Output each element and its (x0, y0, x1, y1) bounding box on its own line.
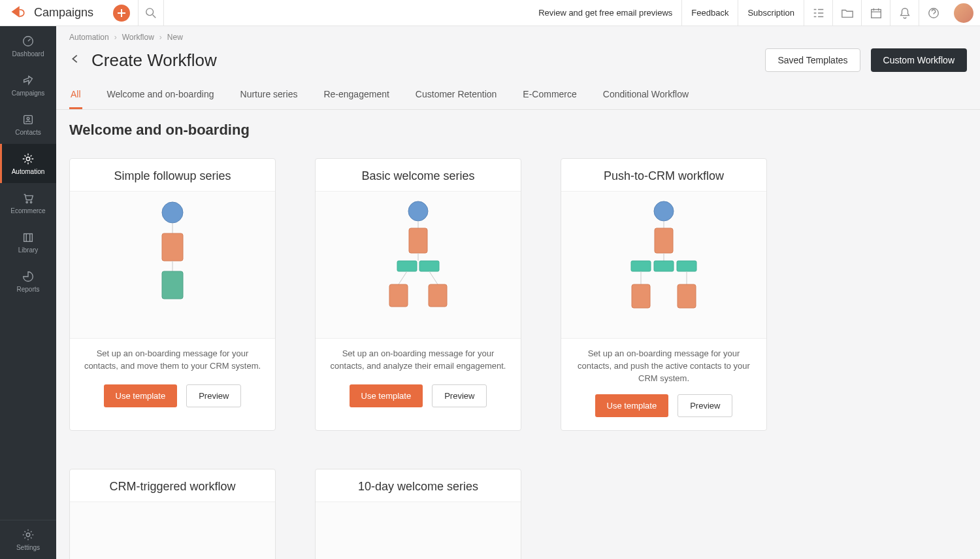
svg-point-5 (27, 117, 29, 120)
use-template-button[interactable]: Use template (350, 384, 423, 407)
svg-rect-28 (631, 261, 651, 271)
template-card: Simple followup series Set up an on-boar… (69, 158, 276, 431)
card-title: Simple followup series (70, 159, 275, 191)
svg-point-24 (654, 201, 674, 221)
sidebar-item-contacts[interactable]: Contacts (0, 105, 56, 144)
card-description: Set up an on-boarding message for your c… (70, 339, 275, 384)
flowchart-icon (133, 199, 212, 330)
sidebar-item-reports[interactable]: Reports (0, 262, 56, 301)
top-link-previews[interactable]: Review and get free email previews (529, 0, 681, 26)
crumb-current: New (167, 33, 183, 42)
sidebar-item-library[interactable]: Library (0, 222, 56, 262)
card-title: CRM-triggered workflow (70, 469, 275, 501)
crumb[interactable]: Automation (69, 33, 109, 42)
saved-templates-button[interactable]: Saved Templates (765, 48, 860, 72)
back-button[interactable] (69, 53, 81, 67)
crumb[interactable]: Workflow (122, 33, 154, 42)
workflow-preview (316, 501, 521, 559)
card-row: Simple followup series Set up an on-boar… (69, 158, 967, 431)
workflow-preview (70, 191, 275, 339)
top-link-feedback[interactable]: Feedback (681, 0, 738, 26)
list-icon-button[interactable] (804, 0, 832, 26)
preview-button[interactable]: Preview (186, 384, 241, 407)
search-icon (145, 7, 157, 19)
sidebar-item-ecommerce[interactable]: Ecommerce (0, 183, 56, 222)
page-title: Create Workflow (91, 50, 217, 71)
use-template-button[interactable]: Use template (595, 394, 669, 417)
tab-nurture[interactable]: Nurture series (239, 81, 299, 109)
custom-workflow-button[interactable]: Custom Workflow (871, 48, 967, 72)
workflow-preview (316, 191, 521, 339)
add-button[interactable] (113, 5, 130, 22)
tab-reengagement[interactable]: Re-engagement (322, 81, 390, 109)
sidebar-label: Library (18, 246, 39, 254)
automation-icon (22, 152, 35, 165)
template-card: CRM-triggered workflow (69, 469, 276, 559)
svg-rect-26 (655, 228, 673, 253)
help-icon (927, 7, 940, 20)
template-card: Push-to-CRM workflow (561, 158, 767, 431)
dashboard-icon (22, 35, 35, 48)
tabs: All Welcome and on-boarding Nurture seri… (56, 81, 980, 110)
chevron-right-icon: › (114, 33, 117, 42)
campaigns-logo-icon (9, 3, 27, 24)
plus-icon (117, 8, 126, 18)
svg-rect-23 (429, 284, 447, 307)
sidebar-label: Dashboard (12, 50, 44, 58)
tab-all[interactable]: All (69, 81, 82, 109)
card-title: 10-day welcome series (316, 469, 521, 501)
sidebar-item-settings[interactable]: Settings (0, 520, 56, 559)
preview-button[interactable]: Preview (678, 394, 732, 417)
sidebar-item-dashboard[interactable]: Dashboard (0, 26, 56, 65)
card-title: Basic welcome series (316, 159, 521, 191)
sidebar-item-automation[interactable]: Automation (0, 144, 56, 183)
card-title: Push-to-CRM workflow (561, 159, 766, 191)
card-actions: Use template Preview (70, 384, 275, 420)
card-actions: Use template Preview (561, 394, 766, 430)
tab-retention[interactable]: Customer Retention (414, 81, 498, 109)
svg-rect-22 (389, 284, 408, 307)
search-button[interactable] (138, 0, 164, 26)
sidebar-label: Contacts (15, 129, 41, 136)
card-description: Set up an on-boarding message for your c… (316, 339, 521, 384)
sidebar-item-campaigns[interactable]: Campaigns (0, 65, 56, 105)
tab-conditional[interactable]: Conditional Workflow (602, 81, 690, 109)
sidebar-label: Campaigns (12, 90, 45, 97)
use-template-button[interactable]: Use template (104, 384, 178, 407)
sidebar: Dashboard Campaigns Contacts Automation … (0, 26, 56, 559)
help-icon-button[interactable] (919, 0, 947, 26)
svg-rect-13 (162, 233, 183, 261)
sidebar-label: Automation (12, 168, 45, 175)
tab-ecommerce[interactable]: E-Commerce (521, 81, 578, 109)
svg-point-10 (26, 533, 29, 536)
list-icon (812, 7, 825, 20)
svg-rect-29 (654, 261, 674, 271)
folder-icon (841, 7, 854, 20)
svg-point-8 (30, 201, 31, 203)
folder-icon-button[interactable] (832, 0, 861, 26)
library-icon (22, 231, 35, 244)
svg-rect-21 (419, 261, 439, 271)
gear-icon (22, 528, 35, 541)
card-row: CRM-triggered workflow 10-day welcome se… (69, 469, 967, 559)
svg-rect-30 (677, 261, 696, 271)
breadcrumb: Automation › Workflow › New (56, 26, 980, 44)
megaphone-icon (22, 74, 35, 87)
svg-point-16 (408, 201, 428, 221)
svg-rect-9 (24, 233, 33, 241)
flowchart-icon (366, 199, 470, 330)
main: Automation › Workflow › New Create Workf… (56, 26, 980, 559)
page-header: Create Workflow Saved Templates Custom W… (56, 44, 980, 81)
svg-rect-15 (162, 271, 183, 299)
avatar[interactable] (954, 3, 973, 23)
cart-icon (22, 192, 35, 205)
tab-welcome[interactable]: Welcome and on-boarding (106, 81, 216, 109)
notifications-icon-button[interactable] (890, 0, 919, 26)
preview-button[interactable]: Preview (432, 384, 487, 407)
calendar-icon-button[interactable] (861, 0, 890, 26)
card-actions: Use template Preview (316, 384, 521, 420)
bell-icon (898, 7, 911, 20)
workflow-preview (70, 501, 275, 559)
top-link-subscription[interactable]: Subscription (738, 0, 804, 26)
workflow-preview (561, 191, 766, 339)
